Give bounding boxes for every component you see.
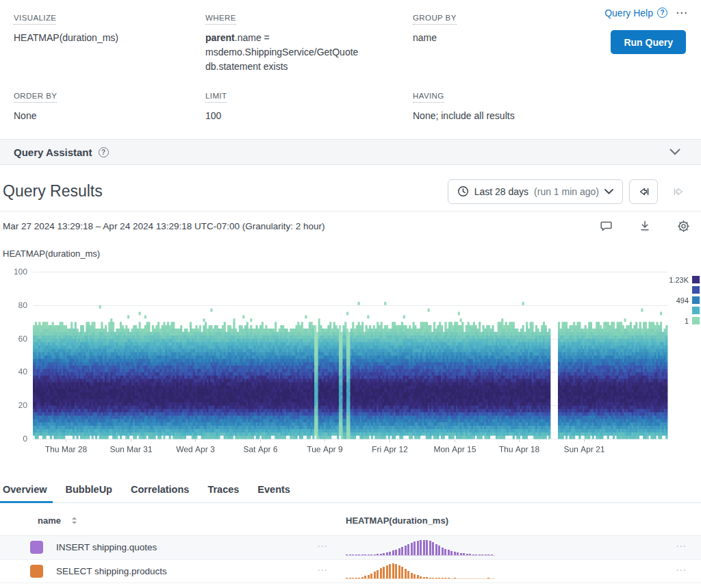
tab-events[interactable]: Events bbox=[257, 480, 290, 502]
time-range-run-ago: (run 1 min ago) bbox=[534, 186, 599, 197]
having-label: HAVING bbox=[413, 92, 444, 103]
table-row[interactable]: SELECT shipping.products ⋯ ⋯ bbox=[0, 560, 701, 584]
results-header: Query Results Last 28 days (run 1 min ag… bbox=[0, 172, 701, 212]
row-histogram bbox=[346, 539, 495, 556]
order-by-field[interactable]: ORDER BY None bbox=[14, 89, 57, 123]
time-range-value: Last 28 days bbox=[474, 186, 528, 197]
builder-actions: Query Help ? ⋯ bbox=[604, 7, 687, 18]
series-color-swatch bbox=[30, 541, 43, 554]
where-value[interactable]: parent.name = msdemo.ShippingService/Get… bbox=[205, 31, 392, 74]
next-query-button bbox=[664, 179, 693, 204]
table-header: name HEATMAP(duration_ms) bbox=[0, 503, 701, 536]
tab-correlations[interactable]: Correlations bbox=[131, 480, 189, 502]
time-span-text: Mar 27 2024 13:29:18 – Apr 24 2024 13:29… bbox=[3, 221, 325, 231]
query-assistant-label: Query Assistant bbox=[14, 146, 92, 158]
results-tabs: Overview BubbleUp Correlations Traces Ev… bbox=[0, 480, 701, 503]
run-query-button[interactable]: Run Query bbox=[611, 30, 686, 54]
where-field[interactable]: WHERE parent.name = msdemo.ShippingServi… bbox=[205, 11, 392, 74]
legend-min-label: 1 bbox=[685, 317, 689, 325]
legend-swatch bbox=[692, 307, 700, 314]
group-by-label: GROUP BY bbox=[413, 14, 457, 25]
arrow-back-icon bbox=[637, 186, 650, 198]
chevron-down-icon[interactable] bbox=[670, 149, 680, 155]
row-menu-dots[interactable]: ⋯ bbox=[676, 564, 687, 576]
comment-icon bbox=[600, 220, 613, 232]
limit-label: LIMIT bbox=[205, 92, 227, 103]
settings-button[interactable] bbox=[677, 220, 690, 233]
group-by-value[interactable]: name bbox=[413, 31, 457, 45]
legend-swatch bbox=[692, 317, 700, 324]
where-label: WHERE bbox=[205, 14, 236, 25]
results-meta-row: Mar 27 2024 13:29:18 – Apr 24 2024 13:29… bbox=[0, 212, 701, 240]
assistant-help-icon: ? bbox=[99, 147, 109, 157]
builder-overflow-menu[interactable]: ⋯ bbox=[676, 7, 687, 18]
legend-swatch bbox=[692, 286, 700, 294]
having-field[interactable]: HAVING None; include all results bbox=[413, 89, 515, 123]
legend-max-label: 1.23K bbox=[669, 276, 689, 284]
row-name: INSERT shipping.quotes bbox=[56, 542, 157, 552]
comment-button[interactable] bbox=[600, 220, 613, 232]
chart-title: HEATMAP(duration_ms) bbox=[3, 248, 701, 259]
help-question-icon: ? bbox=[657, 8, 667, 18]
series-color-swatch bbox=[30, 565, 43, 578]
table-row[interactable]: INSERT shipping.quotes ⋯ ⋯ bbox=[0, 536, 701, 560]
order-by-label: ORDER BY bbox=[14, 92, 57, 103]
limit-field[interactable]: LIMIT 100 bbox=[205, 89, 227, 123]
visualize-label: VISUALIZE bbox=[14, 14, 56, 25]
order-by-value[interactable]: None bbox=[14, 109, 57, 123]
chevron-down-icon bbox=[604, 189, 613, 194]
group-by-field[interactable]: GROUP BY name bbox=[413, 11, 457, 45]
query-assistant-bar[interactable]: Query Assistant ? bbox=[0, 139, 701, 165]
visualize-value[interactable]: HEATMAP(duration_ms) bbox=[14, 31, 118, 45]
row-menu-dots[interactable]: ⋯ bbox=[317, 564, 329, 576]
tab-traces[interactable]: Traces bbox=[207, 480, 239, 502]
row-histogram bbox=[346, 563, 495, 579]
query-help-link[interactable]: Query Help ? bbox=[604, 8, 667, 18]
legend-swatch bbox=[692, 276, 700, 283]
column-header-heatmap: HEATMAP(duration_ms) bbox=[346, 515, 448, 526]
time-range-selector[interactable]: Last 28 days (run 1 min ago) bbox=[448, 179, 623, 204]
having-value[interactable]: None; include all results bbox=[413, 109, 515, 123]
query-help-label: Query Help bbox=[604, 8, 653, 18]
row-menu-dots[interactable]: ⋯ bbox=[676, 540, 687, 552]
heatmap-chart[interactable] bbox=[0, 262, 701, 461]
honeycomb-query-page: VISUALIZE HEATMAP(duration_ms) WHERE par… bbox=[0, 0, 701, 588]
column-header-name[interactable]: name bbox=[38, 515, 78, 526]
where-field-name: parent bbox=[205, 32, 235, 43]
visualize-field[interactable]: VISUALIZE HEATMAP(duration_ms) bbox=[14, 11, 118, 45]
legend-mid-label: 494 bbox=[676, 296, 689, 305]
arrow-forward-icon bbox=[672, 186, 685, 198]
row-name: SELECT shipping.products bbox=[56, 566, 167, 576]
download-icon bbox=[639, 220, 651, 232]
heatmap-chart-area: HEATMAP(duration_ms) 1.23K 494 1 bbox=[0, 248, 701, 461]
query-builder: VISUALIZE HEATMAP(duration_ms) WHERE par… bbox=[0, 0, 701, 139]
heatmap-legend: 1.23K 494 1 bbox=[669, 276, 700, 324]
sort-icon[interactable] bbox=[71, 516, 78, 525]
gear-icon bbox=[677, 220, 690, 233]
results-table: name HEATMAP(duration_ms) INSERT shippin… bbox=[0, 503, 701, 583]
row-menu-dots[interactable]: ⋯ bbox=[317, 540, 329, 552]
tab-bubbleup[interactable]: BubbleUp bbox=[66, 480, 112, 502]
tab-overview[interactable]: Overview bbox=[3, 480, 47, 502]
page-title: Query Results bbox=[3, 182, 103, 201]
download-button[interactable] bbox=[639, 220, 651, 232]
legend-swatch bbox=[692, 296, 700, 304]
limit-value[interactable]: 100 bbox=[205, 109, 227, 123]
clock-icon bbox=[457, 186, 469, 197]
previous-query-button[interactable] bbox=[629, 179, 658, 204]
where-clause-2[interactable]: db.statement exists bbox=[205, 60, 392, 74]
